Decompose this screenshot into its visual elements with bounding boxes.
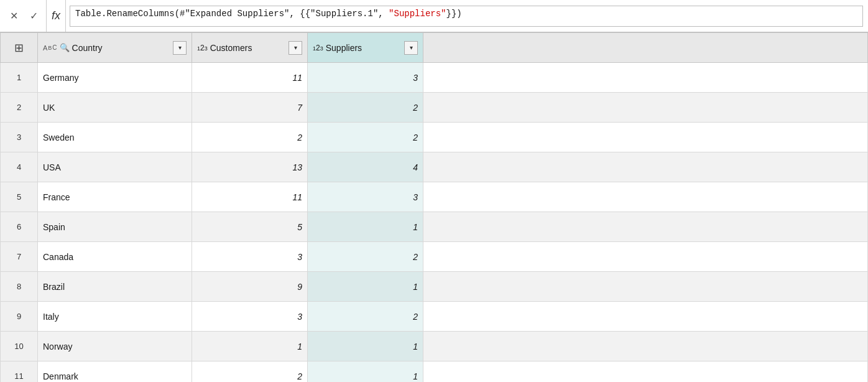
cell-customers: 7 — [192, 93, 308, 123]
table-row: 10Norway11 — [1, 332, 868, 361]
country-col-label: Country — [72, 43, 170, 53]
cell-suppliers: 2 — [308, 242, 423, 272]
table-row: 4USA134 — [1, 152, 868, 182]
row-number: 7 — [1, 242, 38, 272]
formula-icons: ✕ ✓ — [5, 7, 42, 25]
row-number: 5 — [1, 182, 38, 212]
row-number: 3 — [1, 123, 38, 152]
cell-suppliers: 1 — [308, 272, 423, 302]
country-dropdown-button[interactable]: ▾ — [173, 41, 187, 55]
cell-suppliers: 1 — [308, 212, 423, 242]
cell-empty — [423, 93, 868, 123]
table-container: ⊞ ABC 🔍 Country ▾ — [0, 32, 868, 382]
row-number: 10 — [1, 332, 38, 361]
table-row: 8Brazil91 — [1, 272, 868, 302]
customers-dropdown-button[interactable]: ▾ — [289, 41, 302, 55]
row-number: 1 — [1, 63, 38, 93]
th-customers: 123 Customers ▾ — [192, 33, 308, 63]
cell-empty — [423, 212, 868, 242]
cell-suppliers: 2 — [308, 123, 423, 152]
cell-customers: 2 — [192, 123, 308, 152]
cell-country: Germany — [38, 63, 192, 93]
cell-customers: 1 — [192, 332, 308, 361]
table-header-row: ⊞ ABC 🔍 Country ▾ — [1, 33, 868, 63]
cell-country: Sweden — [38, 123, 192, 152]
text-type-icon: ABC — [43, 44, 57, 52]
cell-suppliers: 4 — [308, 152, 423, 182]
cell-suppliers: 1 — [308, 332, 423, 361]
cancel-icon: ✕ — [10, 10, 18, 22]
cell-country: Brazil — [38, 272, 192, 302]
cell-empty — [423, 272, 868, 302]
fx-label: fx — [46, 0, 66, 32]
table-row: 5France113 — [1, 182, 868, 212]
cell-suppliers: 2 — [308, 93, 423, 123]
th-suppliers: 123 Suppliers ▾ — [308, 33, 423, 63]
table-row: 9Italy32 — [1, 302, 868, 332]
th-country: ABC 🔍 Country ▾ — [38, 33, 192, 63]
formula-bar: ✕ ✓ fx Table.RenameColumns(#"Expanded Su… — [0, 0, 868, 32]
formula-text-suffix: }}) — [446, 9, 462, 19]
cell-country: USA — [38, 152, 192, 182]
cell-customers: 13 — [192, 152, 308, 182]
cell-suppliers: 3 — [308, 63, 423, 93]
row-number: 4 — [1, 152, 38, 182]
cell-country: UK — [38, 93, 192, 123]
cell-customers: 9 — [192, 272, 308, 302]
suppliers-col-label: Suppliers — [326, 43, 402, 53]
table-row: 6Spain51 — [1, 212, 868, 242]
cell-empty — [423, 63, 868, 93]
table-row: 11Denmark21 — [1, 361, 868, 383]
row-number: 2 — [1, 93, 38, 123]
grid-icon: ⊞ — [14, 41, 24, 55]
row-number: 6 — [1, 212, 38, 242]
cell-empty — [423, 361, 868, 383]
cell-country: France — [38, 182, 192, 212]
table-body: 1Germany1132UK723Sweden224USA1345France1… — [1, 63, 868, 383]
cell-empty — [423, 123, 868, 152]
cell-empty — [423, 152, 868, 182]
cell-suppliers: 2 — [308, 302, 423, 332]
th-grid: ⊞ — [1, 33, 38, 63]
cell-empty — [423, 332, 868, 361]
cell-customers: 3 — [192, 242, 308, 272]
cell-country: Denmark — [38, 361, 192, 383]
row-number: 8 — [1, 272, 38, 302]
th-empty — [423, 33, 868, 63]
magnifier-icon: 🔍 — [60, 43, 70, 52]
cell-suppliers: 1 — [308, 361, 423, 383]
formula-text-prefix: Table.RenameColumns(#"Expanded Suppliers… — [75, 9, 389, 19]
confirm-button[interactable]: ✓ — [25, 7, 42, 25]
cell-country: Norway — [38, 332, 192, 361]
row-number: 9 — [1, 302, 38, 332]
table-row: 1Germany113 — [1, 63, 868, 93]
cell-customers: 11 — [192, 63, 308, 93]
cell-country: Italy — [38, 302, 192, 332]
number-type-icon-customers: 123 — [197, 44, 208, 52]
cell-country: Spain — [38, 212, 192, 242]
table-row: 2UK72 — [1, 93, 868, 123]
formula-input[interactable]: Table.RenameColumns(#"Expanded Suppliers… — [70, 6, 863, 27]
cell-empty — [423, 302, 868, 332]
confirm-icon: ✓ — [30, 10, 38, 22]
customers-col-label: Customers — [210, 43, 286, 53]
cell-empty — [423, 242, 868, 272]
data-table: ⊞ ABC 🔍 Country ▾ — [0, 32, 868, 382]
cell-customers: 3 — [192, 302, 308, 332]
table-row: 7Canada32 — [1, 242, 868, 272]
row-number: 11 — [1, 361, 38, 383]
formula-text-highlight: "Suppliers" — [389, 9, 446, 19]
cell-customers: 11 — [192, 182, 308, 212]
number-type-icon-suppliers: 123 — [313, 44, 323, 52]
cell-country: Canada — [38, 242, 192, 272]
cancel-button[interactable]: ✕ — [5, 7, 22, 25]
cell-customers: 2 — [192, 361, 308, 383]
table-row: 3Sweden22 — [1, 123, 868, 152]
cell-suppliers: 3 — [308, 182, 423, 212]
cell-empty — [423, 182, 868, 212]
cell-customers: 5 — [192, 212, 308, 242]
suppliers-dropdown-button[interactable]: ▾ — [404, 41, 418, 55]
